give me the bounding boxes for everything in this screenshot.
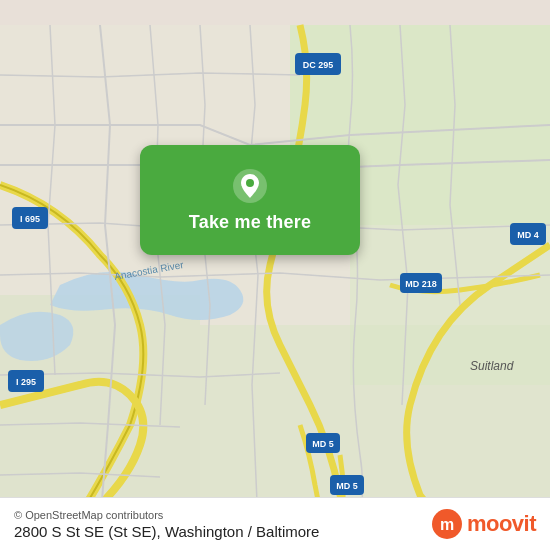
address-text: 2800 S St SE (St SE), Washington / Balti… [14, 523, 319, 540]
svg-rect-4 [200, 325, 550, 525]
svg-text:I 295: I 295 [16, 377, 36, 387]
moovit-icon: m [431, 508, 463, 540]
moovit-logo: m moovit [431, 508, 536, 540]
svg-text:m: m [440, 516, 454, 533]
svg-text:I 695: I 695 [20, 214, 40, 224]
map-background: I 695 I 295 DC 295 MD 4 MD 218 MD 5 MD 5… [0, 0, 550, 550]
bottom-bar: © OpenStreetMap contributors 2800 S St S… [0, 497, 550, 550]
take-me-there-button[interactable]: Take me there [140, 145, 360, 255]
location-pin-icon [232, 168, 268, 204]
svg-text:MD 5: MD 5 [312, 439, 334, 449]
svg-text:MD 5: MD 5 [336, 481, 358, 491]
svg-text:DC 295: DC 295 [303, 60, 334, 70]
svg-text:MD 4: MD 4 [517, 230, 539, 240]
map-container: I 695 I 295 DC 295 MD 4 MD 218 MD 5 MD 5… [0, 0, 550, 550]
button-label: Take me there [189, 212, 311, 233]
svg-text:Suitland: Suitland [470, 359, 514, 373]
moovit-text: moovit [467, 511, 536, 537]
osm-credit: © OpenStreetMap contributors [14, 509, 319, 521]
address-info: © OpenStreetMap contributors 2800 S St S… [14, 509, 319, 540]
svg-text:MD 218: MD 218 [405, 279, 437, 289]
svg-point-22 [246, 179, 254, 187]
